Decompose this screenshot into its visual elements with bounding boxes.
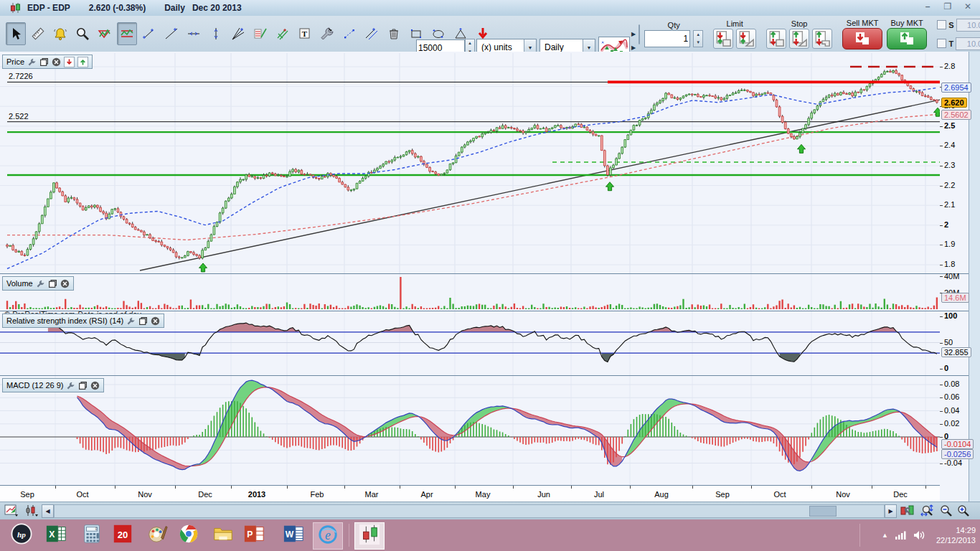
dotted-segment-tool[interactable] [339, 22, 359, 45]
sell-market-button[interactable] [842, 28, 882, 50]
sell-limit-button[interactable] [713, 29, 733, 49]
close-button[interactable]: ✕ [961, 1, 974, 13]
vertical-line-tool[interactable] [206, 22, 226, 45]
restore-button[interactable]: ❐ [941, 1, 954, 13]
calc-icon: 0 [81, 523, 103, 547]
qty-input[interactable] [644, 30, 690, 47]
segment-tool[interactable] [139, 22, 159, 45]
taskbar-clock[interactable]: 14:29 22/12/2013 [936, 525, 976, 545]
stop-order-button-2[interactable] [789, 29, 809, 49]
volume-panel-header: Volume [2, 276, 74, 291]
drawing-tools-button[interactable] [317, 22, 337, 45]
axis-tick [940, 166, 943, 166]
volume-chart[interactable] [0, 274, 940, 311]
buy-signal-arrow [934, 108, 941, 116]
fibonacci-tool[interactable] [250, 22, 270, 45]
month-label: Dec [198, 490, 212, 499]
sell-here-icon[interactable] [64, 57, 75, 67]
duplicate-icon[interactable] [138, 316, 148, 326]
trailing-input[interactable] [956, 37, 980, 50]
zoom-out-button[interactable] [938, 504, 955, 518]
qty-spinner[interactable]: ▲▼ [693, 30, 703, 47]
svg-text:W: W [286, 529, 294, 540]
close-icon[interactable] [151, 316, 160, 326]
price-axis-label: 2.1 [944, 200, 955, 209]
time-scrollbar[interactable] [54, 504, 885, 518]
macd-chart[interactable] [0, 376, 940, 485]
pattern-detector-tool[interactable] [95, 22, 115, 45]
hp-start-button[interactable]: hp [7, 522, 36, 548]
trading-expander[interactable]: ▶ [631, 31, 636, 37]
calculator-taskbar-item[interactable]: 0 [77, 522, 106, 548]
text-tool[interactable]: T [295, 22, 315, 45]
alert-tool[interactable] [50, 22, 70, 45]
scrollbar-thumb[interactable] [809, 506, 837, 517]
wrench-icon[interactable] [36, 279, 45, 288]
buy-limit-button[interactable] [736, 29, 756, 49]
buy-signal-arrow [606, 182, 614, 191]
macd-axis-label: 0.06 [944, 392, 959, 401]
buy-here-icon[interactable] [77, 57, 88, 67]
chart-mode-button[interactable] [117, 22, 137, 45]
price-level-label: 2.522 [9, 112, 29, 121]
delete-drawing-tool[interactable] [384, 22, 404, 45]
price-axis-label: 1.8 [944, 260, 955, 268]
volume-axis-label: 40M [944, 272, 959, 281]
stop-loss-input[interactable] [956, 19, 980, 32]
candle-style-button[interactable] [23, 504, 40, 518]
close-icon[interactable] [52, 57, 61, 67]
minimize-button[interactable]: – [921, 1, 934, 13]
network-signal-icon[interactable] [895, 530, 907, 540]
paint-taskbar-item[interactable] [143, 522, 171, 548]
chrome-taskbar-item[interactable] [174, 522, 203, 548]
powerpoint-taskbar-item[interactable]: P [240, 522, 268, 548]
stop-order-button-3[interactable] [812, 29, 832, 49]
pointer-tool[interactable] [6, 22, 26, 45]
stop-loss-checkbox[interactable] [937, 20, 946, 29]
duplicate-icon[interactable] [39, 57, 49, 67]
word-taskbar-item[interactable]: W [279, 522, 308, 548]
time-axis: SepOctNovDec2013FebMarAprMayJunJulAugSep… [0, 485, 940, 502]
price-axis-label: 2.4 [944, 141, 955, 149]
order-settings-button[interactable] [639, 24, 640, 44]
stop-order-button-1[interactable] [766, 29, 786, 49]
file-explorer-taskbar-item[interactable] [209, 522, 237, 548]
price-axis-label: 1.9 [944, 240, 955, 248]
zoom-fit-button[interactable] [919, 504, 936, 518]
scroll-left-button[interactable]: ◀ [42, 504, 54, 518]
zoom-in-button[interactable] [955, 504, 972, 518]
internet-explorer-taskbar-item[interactable]: e [313, 522, 343, 550]
trailing-checkbox[interactable] [937, 39, 946, 48]
excel-taskbar-item[interactable]: X [42, 522, 70, 548]
duplicate-icon[interactable] [78, 381, 88, 390]
wrench-icon[interactable] [66, 381, 75, 390]
month-label: Mar [365, 490, 379, 499]
fan-lines-tool[interactable] [228, 22, 248, 45]
parallel-lines-tool[interactable] [362, 22, 382, 45]
line-tool[interactable] [161, 22, 182, 45]
display-settings-button[interactable] [3, 504, 20, 518]
volume-speaker-icon[interactable] [914, 530, 926, 540]
pitchfork-tool[interactable] [273, 22, 293, 45]
zoom-tool[interactable] [72, 22, 93, 45]
wrench-icon[interactable] [27, 57, 37, 67]
horizontal-line-tool[interactable] [184, 22, 204, 45]
wrench-icon[interactable] [126, 316, 136, 326]
close-icon[interactable] [90, 381, 100, 390]
system-tray: ▲ 14:29 22/12/2013 [882, 519, 976, 551]
buy-market-button[interactable] [887, 28, 927, 50]
macd-negative-fill [77, 396, 188, 470]
prorealtime-taskbar-item[interactable] [354, 522, 385, 550]
twenty-icon: 20 [112, 523, 133, 547]
duplicate-icon[interactable] [48, 279, 57, 288]
app-20-taskbar-item[interactable]: 20 [108, 522, 137, 548]
chart-options-button[interactable] [899, 504, 916, 518]
svg-text:20: 20 [118, 529, 128, 540]
close-icon[interactable] [60, 279, 70, 288]
scroll-right-button[interactable]: ▶ [885, 504, 897, 518]
ruler-tool[interactable] [28, 22, 48, 45]
price-chart[interactable] [0, 52, 940, 273]
show-hidden-icons-button[interactable]: ▲ [882, 532, 888, 539]
rsi-oversold-fill [602, 353, 613, 362]
s-label: S [948, 21, 953, 29]
